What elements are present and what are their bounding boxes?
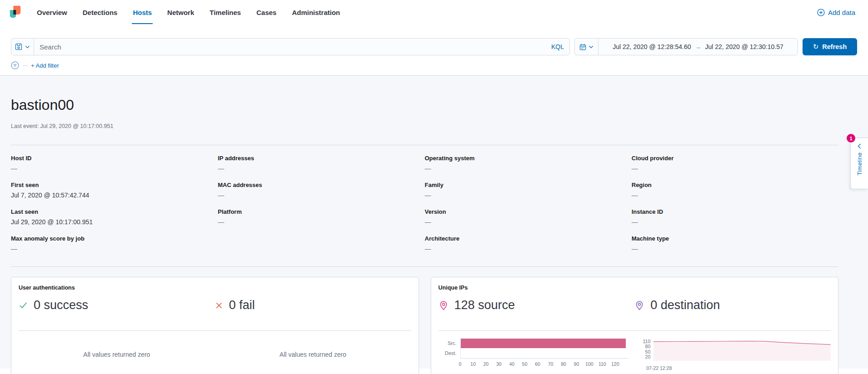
bar-category-labels: Src. Dest. bbox=[439, 338, 460, 359]
field-family: Family — bbox=[425, 182, 623, 199]
last-event-text: Last event: Jul 29, 2020 @ 10:17:00.951 bbox=[11, 123, 838, 129]
save-query-button[interactable] bbox=[11, 39, 34, 55]
card-divider bbox=[19, 330, 411, 331]
add-data-button[interactable]: Add data bbox=[817, 0, 855, 25]
query-bar: KQL Jul 22, 2020 @ 12:28:54.60 → Jul 22,… bbox=[0, 32, 868, 55]
refresh-label: Refresh bbox=[822, 43, 847, 50]
kpi-cards: User authentications 0 success 0 fail bbox=[11, 277, 838, 374]
field-max-anomaly-score: Max anomaly score by job — bbox=[11, 235, 209, 252]
timeline-count-badge: 1 bbox=[847, 134, 855, 143]
unique-ips-card: Unique IPs 128 source 0 destination bbox=[431, 277, 839, 374]
map-pin-icon bbox=[634, 300, 644, 310]
filter-bar: + Add filter bbox=[0, 55, 868, 75]
src-bar bbox=[461, 339, 626, 348]
auth-fail-stat: 0 fail bbox=[215, 298, 411, 312]
timeline-flyout-button[interactable]: 1 Timeline bbox=[850, 138, 868, 189]
nav-item-timelines[interactable]: Timelines bbox=[209, 0, 242, 25]
nav-items: Overview Detections Hosts Network Timeli… bbox=[36, 0, 354, 25]
ip-area-chart: 110 80 50 20 07-22 12:28 bbox=[634, 338, 831, 371]
card-title: Unique IPs bbox=[439, 285, 831, 291]
page-title: bastion00 bbox=[11, 97, 838, 113]
fail-empty-message: All values returned zero bbox=[215, 351, 411, 358]
user-authentications-card: User authentications 0 success 0 fail bbox=[11, 277, 419, 374]
destination-ip-stat: 0 destination bbox=[634, 298, 831, 312]
host-summary-grid: Host ID — First seen Jul 7, 2020 @ 10:57… bbox=[11, 155, 838, 262]
map-pin-icon bbox=[439, 300, 449, 310]
bar-plot-area bbox=[460, 338, 629, 359]
destination-ip-value: 0 destination bbox=[650, 298, 720, 312]
field-architecture: Architecture — bbox=[425, 235, 623, 252]
check-icon bbox=[19, 301, 28, 310]
bar-x-tick: 110 bbox=[597, 361, 608, 367]
app-header: Overview Detections Hosts Network Timeli… bbox=[0, 0, 868, 76]
security-app-logo-icon[interactable] bbox=[9, 5, 21, 19]
success-empty-message: All values returned zero bbox=[19, 351, 215, 358]
nav-item-hosts[interactable]: Hosts bbox=[132, 0, 153, 25]
date-end[interactable]: Jul 22, 2020 @ 12:30:10.57 bbox=[705, 43, 783, 50]
bar-x-tick: 60 bbox=[532, 361, 543, 367]
summary-column-2: IP addresses — MAC addresses — Platform … bbox=[218, 155, 424, 262]
line-plot-area bbox=[653, 338, 831, 361]
ip-stats-row: 128 source 0 destination bbox=[439, 298, 831, 312]
calendar-icon bbox=[579, 44, 586, 50]
field-mac-addresses: MAC addresses — bbox=[218, 182, 415, 199]
search-input[interactable] bbox=[34, 43, 546, 51]
card-title: User authentications bbox=[19, 285, 411, 291]
chevron-left-icon bbox=[857, 143, 862, 149]
bar-x-tick: 40 bbox=[506, 361, 517, 367]
nav-item-network[interactable]: Network bbox=[166, 0, 195, 25]
line-y-axis-labels: 110 80 50 20 bbox=[634, 338, 653, 361]
bar-x-tick: 20 bbox=[480, 361, 491, 367]
divider bbox=[11, 266, 838, 267]
ip-charts-row: Src. Dest. 0 10 bbox=[439, 338, 831, 371]
field-platform: Platform — bbox=[218, 208, 415, 226]
field-machine-type: Machine type — bbox=[632, 235, 829, 252]
timeline-label: Timeline bbox=[856, 153, 863, 176]
field-version: Version — bbox=[425, 208, 623, 226]
auth-stats-row: 0 success 0 fail bbox=[19, 298, 411, 312]
auth-fail-value: 0 fail bbox=[229, 298, 255, 312]
nav-item-cases[interactable]: Cases bbox=[255, 0, 277, 25]
search-box: KQL bbox=[11, 38, 570, 55]
summary-column-3: Operating system — Family — Version — Ar… bbox=[425, 155, 632, 262]
line-x-axis-label: 07-22 12:28 bbox=[634, 365, 831, 371]
bar-x-tick: 90 bbox=[571, 361, 582, 367]
auth-success-value: 0 success bbox=[34, 298, 88, 312]
bar-x-tick: 100 bbox=[584, 361, 595, 367]
add-data-label: Add data bbox=[828, 9, 855, 16]
ip-bar-chart: Src. Dest. 0 10 bbox=[439, 338, 635, 371]
refresh-button[interactable]: ↻ Refresh bbox=[803, 38, 857, 55]
save-icon bbox=[15, 43, 22, 50]
dest-bar-empty bbox=[461, 348, 629, 358]
kql-syntax-button[interactable]: KQL bbox=[546, 43, 569, 50]
field-cloud-provider: Cloud provider — bbox=[632, 155, 829, 172]
bar-x-tick: 30 bbox=[494, 361, 504, 367]
nav-item-overview[interactable]: Overview bbox=[36, 0, 68, 25]
chevron-down-icon bbox=[589, 44, 594, 49]
calendar-menu-button[interactable] bbox=[575, 39, 599, 55]
source-ip-stat: 128 source bbox=[439, 298, 635, 312]
refresh-icon: ↻ bbox=[813, 43, 819, 51]
field-ip-addresses: IP addresses — bbox=[218, 155, 415, 172]
date-picker: Jul 22, 2020 @ 12:28:54.60 → Jul 22, 202… bbox=[574, 38, 798, 55]
bar-x-tick: 120 bbox=[610, 361, 621, 367]
cross-icon bbox=[215, 301, 223, 310]
auth-success-stat: 0 success bbox=[19, 298, 215, 312]
nav-item-administration[interactable]: Administration bbox=[291, 0, 341, 25]
filter-options-icon[interactable] bbox=[11, 61, 19, 69]
bar-x-tick: 80 bbox=[558, 361, 569, 367]
date-start[interactable]: Jul 22, 2020 @ 12:28:54.60 bbox=[613, 43, 691, 50]
divider bbox=[11, 145, 838, 145]
top-navigation: Overview Detections Hosts Network Timeli… bbox=[0, 0, 868, 32]
nav-item-detections[interactable]: Detections bbox=[82, 0, 119, 25]
circle-plus-icon bbox=[817, 9, 825, 16]
field-instance-id: Instance ID — bbox=[632, 208, 829, 226]
bar-x-tick: 70 bbox=[545, 361, 556, 367]
date-range: Jul 22, 2020 @ 12:28:54.60 → Jul 22, 202… bbox=[599, 43, 798, 50]
field-first-seen: First seen Jul 7, 2020 @ 10:57:42.744 bbox=[11, 182, 209, 199]
bar-x-axis: 0 10 20 30 40 50 60 70 80 90 100 bbox=[439, 361, 635, 367]
add-filter-button[interactable]: + Add filter bbox=[31, 62, 59, 69]
bar-x-tick: 0 bbox=[455, 361, 466, 367]
chevron-down-icon bbox=[25, 44, 30, 49]
host-details-page: bastion00 Last event: Jul 29, 2020 @ 10:… bbox=[0, 76, 868, 369]
